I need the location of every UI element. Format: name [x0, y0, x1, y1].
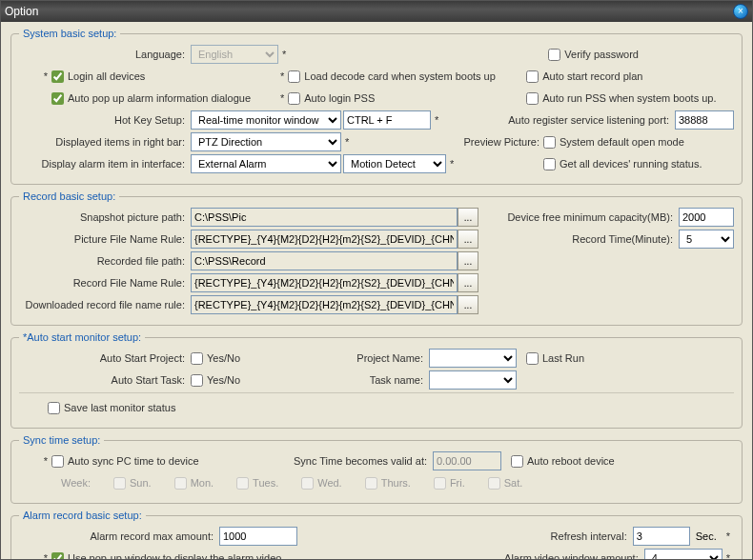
preview-picture-label: Preview Picture: — [353, 136, 543, 148]
window-title: Option — [5, 5, 38, 18]
downloaded-rule-input[interactable] — [191, 295, 458, 314]
titlebar: Option × — [1, 1, 752, 22]
auto-register-input[interactable] — [675, 110, 734, 130]
system-basic-legend: System basic setup: — [19, 28, 120, 39]
auto-start-project-checkbox[interactable]: Yes/No — [191, 352, 305, 365]
language-label: Language: — [19, 49, 191, 60]
snapshot-path-input[interactable] — [191, 208, 458, 227]
week-mon[interactable]: Mon. — [174, 477, 214, 490]
auto-reboot-checkbox[interactable]: Auto reboot device — [511, 455, 615, 468]
sync-time-group: Sync time setup: * Auto sync PC time to … — [10, 434, 743, 504]
use-popup-checkbox[interactable]: Use pop-up window to display the alarm v… — [51, 552, 328, 560]
device-free-input[interactable] — [679, 208, 734, 227]
motion-detect-select[interactable]: Motion Detect — [343, 154, 446, 173]
hotkey-select[interactable]: Real-time monitor window in — [191, 110, 341, 130]
system-basic-group: System basic setup: Language: English * … — [10, 28, 743, 185]
content-area: System basic setup: Language: English * … — [1, 22, 752, 559]
get-all-devices-checkbox[interactable]: Get all devices' running status. — [543, 158, 734, 170]
auto-login-pss-checkbox[interactable]: Auto login PSS — [288, 92, 526, 105]
downloaded-rule-button[interactable]: ... — [458, 295, 478, 314]
week-sun[interactable]: Sun. — [113, 477, 152, 490]
picture-rule-input[interactable] — [191, 230, 458, 249]
star: * — [278, 49, 290, 60]
week-wed[interactable]: Wed. — [301, 477, 341, 490]
sync-time-input[interactable] — [433, 451, 501, 470]
record-basic-group: Record basic setup: Snapshot picture pat… — [10, 190, 743, 326]
project-name-select[interactable] — [429, 349, 517, 368]
record-rule-button[interactable]: ... — [458, 273, 478, 292]
alarm-record-legend: Alarm record basic setup: — [19, 510, 146, 521]
verify-password-checkbox[interactable]: Verify password — [548, 49, 639, 61]
auto-popup-checkbox[interactable]: Auto pop up alarm information dialogue — [51, 92, 276, 105]
option-window: Option × System basic setup: Language: E… — [0, 0, 753, 560]
week-thurs[interactable]: Thurs. — [365, 477, 411, 490]
max-amount-input[interactable] — [219, 527, 297, 546]
auto-run-pss-checkbox[interactable]: Auto run PSS when system boots up. — [526, 92, 716, 105]
hotkey-input[interactable] — [343, 110, 431, 130]
save-last-checkbox[interactable]: Save last monitor status — [48, 402, 175, 414]
week-sat[interactable]: Sat. — [488, 477, 523, 490]
auto-sync-checkbox[interactable]: Auto sync PC time to device — [51, 455, 271, 468]
right-bar-select[interactable]: PTZ Direction — [191, 132, 341, 151]
recorded-browse-button[interactable]: ... — [458, 251, 478, 270]
record-time-select[interactable]: 5 — [679, 230, 734, 249]
right-bar-label: Displayed items in right bar: — [19, 136, 191, 148]
divider — [19, 392, 734, 393]
sync-time-legend: Sync time setup: — [19, 434, 104, 446]
auto-start-task-checkbox[interactable]: Yes/No — [191, 374, 305, 387]
language-select[interactable]: English — [191, 45, 278, 64]
auto-start-record-checkbox[interactable]: Auto start record plan — [526, 70, 642, 83]
record-basic-legend: Record basic setup: — [19, 190, 119, 202]
task-name-select[interactable] — [429, 370, 517, 390]
sys-default-checkbox[interactable]: System default open mode — [543, 136, 734, 149]
picture-rule-button[interactable]: ... — [458, 230, 478, 249]
auto-register-label: Auto register service listening port: — [442, 114, 675, 126]
week-fri[interactable]: Fri. — [434, 477, 465, 490]
close-icon[interactable]: × — [733, 4, 748, 19]
snapshot-browse-button[interactable]: ... — [458, 208, 478, 227]
alarm-record-group: Alarm record basic setup: Alarm record m… — [10, 510, 743, 559]
last-run-checkbox[interactable]: Last Run — [526, 352, 584, 365]
alarm-video-select[interactable]: 4 — [644, 549, 722, 559]
alarm-item-select[interactable]: External Alarm — [191, 154, 341, 173]
auto-start-group: *Auto start monitor setup: Auto Start Pr… — [10, 331, 743, 429]
week-tues[interactable]: Tues. — [236, 477, 278, 490]
record-rule-input[interactable] — [191, 273, 458, 292]
alarm-item-label: Display alarm item in interface: — [19, 158, 191, 170]
load-decode-checkbox[interactable]: Load decode card when system boots up — [288, 70, 526, 83]
week-label: Week: — [61, 477, 91, 489]
refresh-input[interactable] — [633, 527, 690, 546]
auto-start-legend: *Auto start monitor setup: — [19, 331, 145, 343]
login-all-checkbox[interactable]: Login all devices — [51, 70, 276, 83]
hotkey-label: Hot Key Setup: — [19, 114, 191, 126]
recorded-path-input[interactable] — [191, 251, 458, 270]
